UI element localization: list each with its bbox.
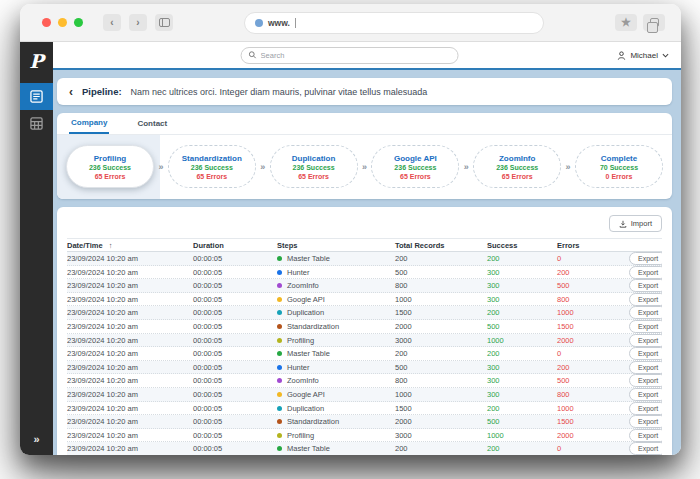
step-name: Profiling [287, 431, 314, 440]
close-window-button[interactable] [42, 18, 51, 27]
browser-back-button[interactable]: ‹ [103, 14, 121, 31]
browser-forward-button[interactable]: › [129, 14, 147, 31]
cell-step: Profiling [277, 336, 395, 345]
table-row: 23/09/2024 10:20 am 00:00:05 ZoomInfo 80… [67, 374, 662, 388]
cell-total-records: 2000 [395, 417, 487, 426]
stage-pill-zoominfo[interactable]: ZoomInfo 236 Success 65 Errors [473, 145, 561, 188]
cell-datetime: 23/09/2024 10:20 am [67, 404, 193, 413]
cell-actions: Export [629, 429, 662, 442]
table-row: 23/09/2024 10:20 am 00:00:05 Master Tabl… [67, 442, 662, 455]
export-button[interactable]: Export [629, 334, 662, 347]
export-button[interactable]: Export [629, 442, 662, 455]
browser-sidebar-toggle-button[interactable] [155, 14, 173, 31]
cell-datetime: 23/09/2024 10:20 am [67, 322, 193, 331]
step-name: Profiling [287, 336, 314, 345]
cell-datetime: 23/09/2024 10:20 am [67, 349, 193, 358]
step-status-dot-icon [277, 310, 282, 315]
export-button[interactable]: Export [629, 320, 662, 333]
column-header-steps[interactable]: Steps [277, 241, 395, 250]
stage-name: Profiling [94, 154, 126, 163]
export-button[interactable]: Export [629, 306, 662, 319]
star-icon: ★ [621, 17, 631, 28]
sidebar-expand-button[interactable]: » [33, 433, 39, 445]
step-name: Google API [287, 390, 325, 399]
cell-success: 200 [487, 254, 557, 263]
tab-contact[interactable]: Contact [135, 113, 169, 134]
step-status-dot-icon [277, 324, 282, 329]
cell-success: 1000 [487, 431, 557, 440]
sidebar-item-tables[interactable] [20, 110, 53, 137]
cell-errors: 1000 [557, 308, 629, 317]
url-bar[interactable]: www. [244, 12, 544, 34]
stage-pill-google-api[interactable]: Google API 236 Success 65 Errors [371, 145, 459, 188]
column-header-datetime[interactable]: Date/Time↑ [67, 241, 193, 250]
cell-actions: Export [629, 402, 662, 415]
page-content: ‹ Pipeline: Nam nec ultrices orci. Integ… [53, 70, 681, 455]
stage-name: Complete [601, 154, 637, 163]
export-button[interactable]: Export [629, 293, 662, 306]
column-header-total-records[interactable]: Total Records [395, 241, 487, 250]
stage-pill-duplication[interactable]: Duplication 236 Success 65 Errors [270, 145, 358, 188]
export-button[interactable]: Export [629, 347, 662, 360]
cell-duration: 00:00:05 [193, 404, 277, 413]
sidebar-item-pipelines[interactable] [20, 83, 53, 110]
export-button[interactable]: Export [629, 415, 662, 428]
app-logo: P [29, 52, 43, 71]
table-row: 23/09/2024 10:20 am 00:00:05 ZoomInfo 80… [67, 279, 662, 293]
cell-total-records: 3000 [395, 431, 487, 440]
export-button[interactable]: Export [629, 374, 662, 387]
cell-actions: Export [629, 293, 662, 306]
cell-errors: 200 [557, 268, 629, 277]
cell-actions: Export [629, 415, 662, 428]
cell-total-records: 500 [395, 268, 487, 277]
tabs-overview-button[interactable] [643, 14, 665, 31]
table-row: 23/09/2024 10:20 am 00:00:05 Hunter 500 … [67, 266, 662, 280]
column-header-errors[interactable]: Errors [557, 241, 629, 250]
cell-datetime: 23/09/2024 10:20 am [67, 363, 193, 372]
export-button[interactable]: Export [629, 361, 662, 374]
column-header-success[interactable]: Success [487, 241, 557, 250]
search-input[interactable] [261, 51, 451, 60]
export-button[interactable]: Export [629, 429, 662, 442]
minimize-window-button[interactable] [58, 18, 67, 27]
table-row: 23/09/2024 10:20 am 00:00:05 Duplication… [67, 306, 662, 320]
user-menu[interactable]: Michael [617, 51, 669, 60]
export-button[interactable]: Export [629, 252, 662, 265]
stage-pill-profiling[interactable]: Profiling 236 Success 65 Errors [66, 145, 154, 188]
maximize-window-button[interactable] [74, 18, 83, 27]
bookmark-star-button[interactable]: ★ [615, 14, 637, 31]
site-favicon-icon [255, 19, 263, 27]
back-chevron-button[interactable]: ‹ [69, 86, 73, 98]
global-search[interactable] [241, 47, 459, 64]
app-root: P [20, 42, 681, 455]
cell-success: 200 [487, 349, 557, 358]
cell-errors: 1000 [557, 404, 629, 413]
document-list-icon [30, 90, 43, 103]
cell-total-records: 200 [395, 444, 487, 453]
column-header-duration[interactable]: Duration [193, 241, 277, 250]
pipeline-stages: Profiling 236 Success 65 Errors » Standa… [57, 135, 672, 188]
cell-step: Profiling [277, 431, 395, 440]
import-button[interactable]: Import [609, 215, 662, 232]
stage-error-count: 65 Errors [502, 173, 533, 180]
stage-pill-standardization[interactable]: Standardization 236 Success 65 Errors [168, 145, 256, 188]
export-button[interactable]: Export [629, 279, 662, 292]
step-name: Master Table [287, 349, 330, 358]
table-header-row: Date/Time↑ Duration Steps Total Records … [67, 238, 662, 252]
cell-total-records: 2000 [395, 322, 487, 331]
cell-step: Duplication [277, 308, 395, 317]
export-button[interactable]: Export [629, 402, 662, 415]
cell-step: Master Table [277, 349, 395, 358]
table-row: 23/09/2024 10:20 am 00:00:05 Profiling 3… [67, 334, 662, 348]
stage-pill-complete[interactable]: Complete 70 Success 0 Errors [575, 145, 663, 188]
cell-datetime: 23/09/2024 10:20 am [67, 336, 193, 345]
cell-success: 300 [487, 295, 557, 304]
cell-step: Google API [277, 295, 395, 304]
table-body: 23/09/2024 10:20 am 00:00:05 Master Tabl… [67, 252, 662, 455]
stage-success-count: 236 Success [293, 164, 335, 171]
cell-duration: 00:00:05 [193, 254, 277, 263]
tab-company[interactable]: Company [69, 113, 109, 134]
step-name: Duplication [287, 308, 324, 317]
export-button[interactable]: Export [629, 388, 662, 401]
export-button[interactable]: Export [629, 266, 662, 279]
